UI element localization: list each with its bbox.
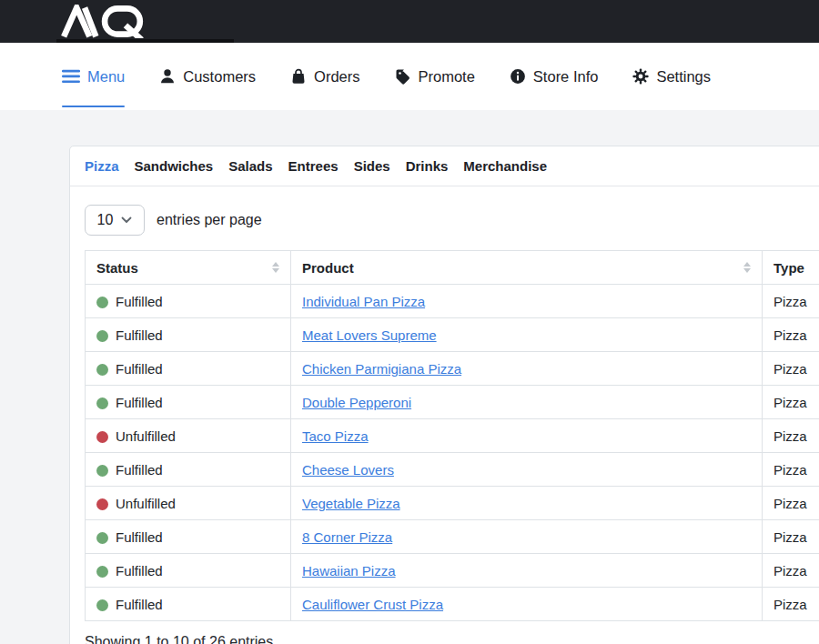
products-table: Status Product Type: [85, 250, 819, 621]
tab-entrees[interactable]: Entrees: [288, 158, 339, 174]
product-link[interactable]: Individual Pan Pizza: [302, 294, 425, 309]
sort-icon: [743, 262, 751, 273]
type-cell: Pizza: [763, 386, 819, 419]
status-dot-icon: [96, 498, 108, 510]
menu-icon: [62, 69, 80, 84]
product-link[interactable]: Taco Pizza: [302, 428, 369, 444]
product-cell: Cheese Lovers: [291, 453, 763, 487]
table-row: Fulfilled Cheese Lovers Pizza: [86, 453, 819, 487]
tab-drinks[interactable]: Drinks: [406, 158, 449, 174]
top-header-bar: [0, 0, 819, 43]
status-cell: Unfulfilled: [86, 487, 291, 520]
type-cell: Pizza: [763, 487, 819, 520]
column-header-type[interactable]: Type: [763, 251, 819, 285]
nav-item-store-info[interactable]: Store Info: [510, 43, 599, 110]
nav-label: Store Info: [533, 68, 599, 86]
table-row: Fulfilled Cauliflower Crust Pizza Pizza: [86, 588, 819, 621]
product-cell: Cauliflower Crust Pizza: [291, 588, 763, 621]
products-card: Pizza Sandwiches Salads Entrees Sides Dr…: [69, 146, 819, 644]
person-icon: [159, 68, 176, 85]
product-link[interactable]: Cheese Lovers: [302, 462, 394, 478]
status-dot-icon: [96, 297, 108, 308]
table-row: Fulfilled Meat Lovers Supreme Pizza: [86, 318, 819, 352]
product-link[interactable]: Meat Lovers Supreme: [302, 327, 437, 343]
nav-label: Settings: [656, 68, 711, 86]
column-label: Product: [302, 260, 354, 276]
status-dot-icon: [96, 364, 108, 376]
table-row: Fulfilled Chicken Parmigiana Pizza Pizza: [86, 352, 819, 386]
type-cell: Pizza: [763, 588, 819, 621]
sort-icon: [272, 262, 279, 273]
entries-per-page-value: 10: [97, 212, 114, 228]
status-cell: Fulfilled: [86, 520, 291, 554]
status-label: Unfulfilled: [116, 496, 176, 511]
brand-logo: [58, 5, 166, 42]
entries-summary: Showing 1 to 10 of 26 entries: [85, 634, 819, 644]
type-cell: Pizza: [763, 352, 819, 386]
product-link[interactable]: Chicken Parmigiana Pizza: [302, 361, 461, 377]
product-cell: Individual Pan Pizza: [291, 285, 763, 318]
nav-item-orders[interactable]: Orders: [290, 43, 359, 110]
status-dot-icon: [96, 465, 108, 477]
product-link[interactable]: Hawaiian Pizza: [302, 563, 396, 579]
product-cell: Taco Pizza: [291, 419, 763, 453]
nav-label: Orders: [314, 68, 359, 86]
table-row: Fulfilled Individual Pan Pizza Pizza: [86, 285, 819, 318]
tab-pizza[interactable]: Pizza: [85, 158, 119, 174]
type-cell: Pizza: [763, 520, 819, 554]
status-dot-icon: [96, 330, 108, 342]
product-cell: Double Pepperoni: [291, 386, 763, 419]
type-cell: Pizza: [763, 285, 819, 318]
status-label: Fulfilled: [116, 395, 163, 410]
nav-item-customers[interactable]: Customers: [159, 43, 256, 110]
tab-salads[interactable]: Salads: [228, 158, 272, 174]
column-header-product[interactable]: Product: [291, 251, 763, 285]
status-label: Fulfilled: [116, 294, 163, 309]
status-cell: Fulfilled: [86, 352, 291, 386]
tab-sides[interactable]: Sides: [354, 158, 390, 174]
status-dot-icon: [96, 532, 108, 544]
product-cell: 8 Corner Pizza: [291, 520, 763, 554]
status-label: Fulfilled: [116, 327, 163, 343]
info-icon: [510, 68, 526, 85]
type-cell: Pizza: [763, 453, 819, 487]
status-label: Fulfilled: [116, 563, 163, 579]
product-link[interactable]: Vegetable Pizza: [302, 496, 400, 511]
table-body: Fulfilled Individual Pan Pizza Pizza Ful…: [86, 285, 819, 621]
status-label: Fulfilled: [116, 597, 163, 612]
nav-item-promote[interactable]: Promote: [395, 43, 475, 110]
type-cell: Pizza: [763, 419, 819, 453]
chevron-down-icon: [121, 216, 132, 224]
column-header-status[interactable]: Status: [86, 251, 291, 285]
nav-item-menu[interactable]: Menu: [62, 43, 125, 110]
table-row: Unfulfilled Taco Pizza Pizza: [86, 419, 819, 453]
product-link[interactable]: Double Pepperoni: [302, 395, 411, 410]
product-link[interactable]: Cauliflower Crust Pizza: [302, 597, 443, 612]
status-label: Fulfilled: [116, 361, 163, 377]
entries-per-page-label: entries per page: [157, 212, 262, 228]
entries-controls: 10 entries per page: [85, 205, 819, 236]
status-cell: Unfulfilled: [86, 419, 291, 453]
tag-icon: [395, 68, 411, 85]
gear-icon: [632, 68, 649, 85]
status-label: Fulfilled: [116, 462, 163, 478]
status-cell: Fulfilled: [86, 386, 291, 419]
tab-merchandise[interactable]: Merchandise: [463, 158, 547, 174]
status-dot-icon: [96, 599, 108, 611]
table-row: Fulfilled Double Pepperoni Pizza: [86, 386, 819, 419]
product-cell: Hawaiian Pizza: [291, 554, 763, 588]
table-row: Fulfilled 8 Corner Pizza Pizza: [86, 520, 819, 554]
page-content: Pizza Sandwiches Salads Entrees Sides Dr…: [0, 110, 819, 644]
tab-sandwiches[interactable]: Sandwiches: [135, 158, 214, 174]
category-tabs: Pizza Sandwiches Salads Entrees Sides Dr…: [70, 146, 819, 186]
nav-label: Customers: [183, 68, 256, 86]
product-link[interactable]: 8 Corner Pizza: [302, 529, 392, 545]
nav-item-settings[interactable]: Settings: [632, 43, 711, 110]
table-row: Unfulfilled Vegetable Pizza Pizza: [86, 487, 819, 520]
main-navbar: Menu Customers Orders Promote: [0, 43, 819, 110]
status-cell: Fulfilled: [86, 554, 291, 588]
entries-per-page-select[interactable]: 10: [85, 205, 145, 236]
nav-label: Menu: [87, 68, 125, 86]
type-cell: Pizza: [763, 318, 819, 352]
bag-icon: [290, 68, 307, 85]
